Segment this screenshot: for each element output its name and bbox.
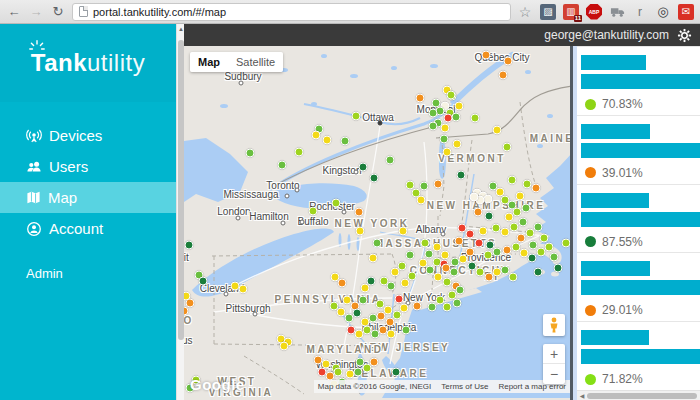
device-marker[interactable]: [513, 208, 522, 217]
map-type-map-button[interactable]: Map: [190, 52, 228, 72]
device-marker[interactable]: [278, 161, 287, 170]
device-marker[interactable]: [416, 94, 425, 103]
extension-blue-icon[interactable]: ▨: [540, 4, 556, 20]
device-marker[interactable]: [399, 227, 408, 236]
device-marker[interactable]: [377, 312, 386, 321]
device-marker[interactable]: [475, 239, 484, 248]
device-marker[interactable]: [504, 57, 513, 66]
device-marker[interactable]: [508, 176, 517, 185]
device-marker[interactable]: [562, 239, 571, 248]
device-marker[interactable]: [419, 259, 428, 268]
device-marker[interactable]: [554, 264, 563, 273]
device-marker[interactable]: [434, 180, 443, 189]
device-marker[interactable]: [443, 148, 452, 157]
device-marker[interactable]: [373, 239, 382, 248]
device-list-item[interactable]: 70.83%: [577, 46, 700, 115]
scrollbar-left-arrow-icon[interactable]: ◀: [577, 392, 587, 399]
sidebar-item-admin[interactable]: Admin: [0, 266, 176, 281]
back-icon[interactable]: ←: [6, 5, 22, 18]
device-marker[interactable]: [492, 224, 501, 233]
address-bar[interactable]: portal.tankutility.com/#/map: [72, 3, 511, 21]
device-marker[interactable]: [476, 268, 485, 277]
device-marker[interactable]: [441, 124, 450, 133]
device-marker[interactable]: [484, 251, 493, 260]
device-marker[interactable]: [501, 266, 510, 275]
device-marker[interactable]: [346, 370, 355, 379]
device-marker[interactable]: [434, 273, 443, 282]
device-marker[interactable]: [199, 277, 208, 286]
horizontal-scrollbar-thumb[interactable]: [587, 393, 697, 399]
device-marker[interactable]: [341, 137, 350, 146]
device-marker[interactable]: [482, 51, 491, 60]
device-marker[interactable]: [356, 227, 365, 236]
map-type-satellite-button[interactable]: Satellite: [228, 52, 283, 72]
device-marker[interactable]: [450, 268, 459, 277]
google-logo[interactable]: Google: [190, 376, 245, 393]
device-marker[interactable]: [429, 109, 438, 118]
forward-icon[interactable]: →: [28, 5, 44, 18]
device-marker[interactable]: [337, 308, 346, 317]
device-marker[interactable]: [479, 227, 488, 236]
device-marker[interactable]: [452, 113, 461, 122]
device-marker[interactable]: [510, 223, 519, 232]
url-text[interactable]: portal.tankutility.com/#/map: [93, 6, 226, 18]
device-marker[interactable]: [528, 254, 537, 263]
device-marker[interactable]: [387, 330, 396, 339]
mail-extension-icon[interactable]: ✉: [678, 4, 694, 20]
device-marker[interactable]: [433, 243, 442, 252]
device-marker[interactable]: [359, 296, 368, 305]
zoom-out-button[interactable]: −: [543, 364, 565, 384]
device-marker[interactable]: [355, 208, 364, 217]
device-marker[interactable]: [330, 302, 339, 311]
device-marker[interactable]: [485, 212, 494, 221]
reload-icon[interactable]: ↻: [50, 5, 66, 18]
device-list-item[interactable]: 87.55%: [577, 184, 700, 253]
zoom-in-button[interactable]: +: [543, 344, 565, 364]
device-marker[interactable]: [484, 195, 493, 204]
device-marker[interactable]: [471, 114, 480, 123]
device-marker[interactable]: [408, 272, 417, 281]
device-marker[interactable]: [440, 135, 449, 144]
device-marker[interactable]: [470, 193, 479, 202]
device-list-item[interactable]: 29.01%: [577, 252, 700, 321]
device-marker[interactable]: [421, 239, 430, 248]
device-marker[interactable]: [345, 314, 354, 323]
device-marker[interactable]: [451, 258, 460, 267]
device-marker[interactable]: [499, 71, 508, 80]
device-marker[interactable]: [309, 207, 318, 216]
device-marker[interactable]: [534, 268, 543, 277]
device-marker[interactable]: [493, 126, 502, 135]
device-marker[interactable]: [367, 277, 376, 286]
device-marker[interactable]: [352, 112, 361, 121]
device-marker[interactable]: [400, 304, 409, 313]
device-marker[interactable]: [417, 196, 426, 205]
r-extension-icon[interactable]: r: [632, 4, 648, 20]
sidebar-item-users[interactable]: Users: [0, 151, 176, 182]
sidebar-item-devices[interactable]: Devices: [0, 120, 176, 151]
device-marker[interactable]: [420, 182, 429, 191]
device-marker[interactable]: [523, 180, 532, 189]
device-marker[interactable]: [392, 368, 401, 377]
device-marker[interactable]: [387, 282, 396, 291]
device-marker[interactable]: [239, 285, 248, 294]
device-marker[interactable]: [526, 229, 535, 238]
sidebar-item-map[interactable]: Map: [0, 182, 176, 213]
device-marker[interactable]: [453, 299, 462, 308]
device-marker[interactable]: [369, 254, 378, 263]
device-marker[interactable]: [466, 230, 475, 239]
device-marker[interactable]: [428, 303, 437, 312]
extension-red-badged-icon[interactable]: ▥11: [563, 4, 579, 20]
device-marker[interactable]: [406, 251, 415, 260]
device-marker[interactable]: [516, 192, 525, 201]
panel-horizontal-scrollbar[interactable]: ◀: [577, 390, 700, 400]
device-marker[interactable]: [466, 248, 475, 257]
device-marker[interactable]: [441, 251, 450, 260]
device-marker[interactable]: [457, 171, 466, 180]
device-marker[interactable]: [519, 218, 528, 227]
device-marker[interactable]: [332, 199, 341, 208]
truck-icon[interactable]: [609, 4, 625, 20]
device-marker[interactable]: [280, 342, 289, 351]
device-list-item[interactable]: 71.82%: [577, 321, 700, 390]
device-marker[interactable]: [370, 358, 379, 367]
device-marker[interactable]: [386, 156, 395, 165]
